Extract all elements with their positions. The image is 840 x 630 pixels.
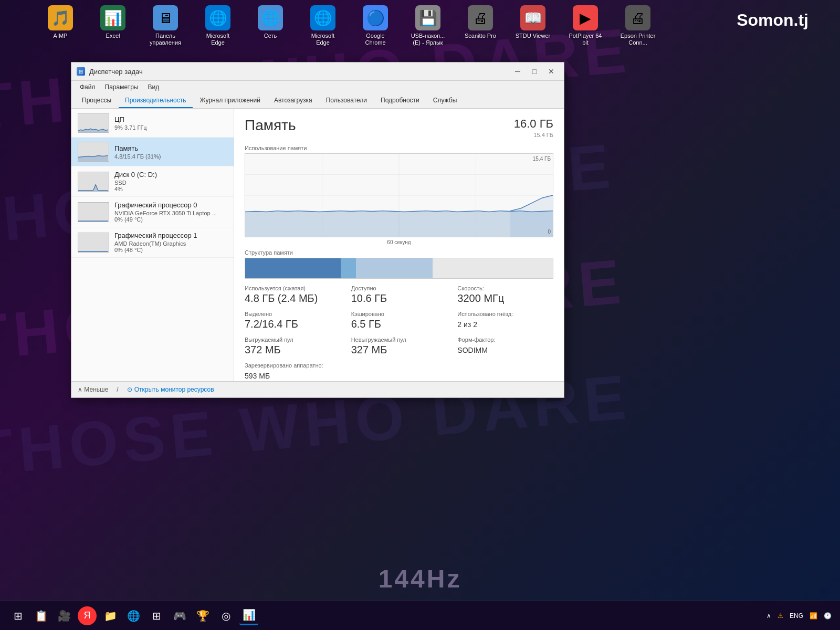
minimize-button[interactable]: ─: [510, 66, 525, 77]
stdu-icon: 📖: [520, 5, 545, 30]
taskbar-teams[interactable]: 🎥: [55, 606, 74, 625]
tab-app-history[interactable]: Журнал приложений: [194, 93, 267, 108]
stat-cached: Кэшировано 6.5 ГБ: [351, 311, 447, 330]
cpu-thumbnail: [78, 113, 109, 133]
tab-processes[interactable]: Процессы: [76, 93, 118, 108]
tab-details[interactable]: Подробности: [374, 93, 426, 108]
taskbar-icons-left: ⊞ 📋 🎥 Я 📁 🌐 ⊞ 🎮 🏆 ◎ 📊: [8, 606, 258, 625]
free-segment: [433, 258, 553, 278]
sidebar-item-cpu[interactable]: ЦП 9% 3.71 ГГц: [71, 109, 234, 138]
cached-value: 6.5 ГБ: [351, 318, 447, 330]
taskbar-start-button[interactable]: ⊞: [8, 606, 27, 625]
sidebar-item-gpu0[interactable]: Графический процессор 0 NVIDIA GeForce R…: [71, 197, 234, 227]
desktop-icon-stdu[interactable]: 📖 STDU Viewer: [514, 5, 551, 46]
tab-users[interactable]: Пользователи: [320, 93, 373, 108]
tray-lang[interactable]: ENG: [790, 612, 803, 620]
desktop-icon-usb[interactable]: 💾 USB-накоп... (E) - Ярлык: [410, 5, 446, 46]
taskbar-circle[interactable]: ◎: [216, 606, 235, 625]
usb-icon: 💾: [415, 5, 440, 30]
menu-view[interactable]: Вид: [143, 82, 163, 92]
taskbar-edge[interactable]: 🌐: [124, 606, 143, 625]
sidebar-item-gpu1[interactable]: Графический процессор 1 AMD Radeon(TM) G…: [71, 227, 234, 258]
sidebar-item-memory[interactable]: Память 4.8/15.4 ГБ (31%): [71, 138, 234, 166]
taskbar-task-manager[interactable]: 📊: [239, 606, 258, 625]
desktop-icon-potplayer[interactable]: ▶ PotPlayer 64 bit: [567, 5, 604, 46]
used-segment: [245, 258, 341, 278]
cpu-subtitle: 9% 3.71 ГГц: [114, 124, 227, 131]
desktop-icon-ms-edge[interactable]: 🌐 Microsoft Edge: [304, 5, 341, 46]
tab-services[interactable]: Службы: [427, 93, 463, 108]
open-resource-monitor[interactable]: ⊙ Открыть монитор ресурсов: [127, 386, 214, 393]
main-title: Память: [245, 117, 296, 134]
sidebar-item-disk[interactable]: Диск 0 (C: D:) SSD 4%: [71, 166, 234, 197]
epson-icon: 🖨: [625, 5, 650, 30]
gpu0-info: Графический процессор 0 NVIDIA GeForce R…: [114, 201, 227, 223]
main-panel: Память 16.0 ГБ 15.4 ГБ Использование пам…: [234, 109, 564, 381]
resource-monitor-icon: ⊙: [127, 386, 132, 393]
window-controls: ─ □ ✕: [510, 66, 559, 77]
gpu1-title: Графический процессор 1: [114, 232, 227, 239]
resource-monitor-label: Открыть монитор ресурсов: [134, 386, 214, 393]
taskbar-explorer[interactable]: 📁: [101, 606, 120, 625]
disk-title: Диск 0 (C: D:): [114, 171, 227, 178]
speed-label: Скорость:: [457, 285, 553, 291]
menu-options[interactable]: Параметры: [101, 82, 143, 92]
cached-label: Кэшировано: [351, 311, 447, 317]
taskbar-task-view[interactable]: 📋: [32, 606, 50, 625]
memory-title: Память: [114, 144, 227, 152]
tray-chevron[interactable]: ∧: [766, 612, 771, 620]
desktop-icon-chrome[interactable]: 🔵 Google Chrome: [357, 5, 394, 46]
modified-segment: [341, 258, 356, 278]
tab-bar: Процессы Производительность Журнал прило…: [71, 93, 564, 109]
ms-edge-old-label: Microsoft Edge: [200, 33, 236, 46]
desktop-icon-epson[interactable]: 🖨 Epson Printer Conn...: [620, 5, 656, 46]
stat-slots: Использовано гнёзд: 2 из 2: [457, 311, 553, 330]
taskbar-xbox[interactable]: 🏆: [193, 606, 212, 625]
taskbar-ms-store[interactable]: ⊞: [147, 606, 166, 625]
network-label: Сеть: [264, 33, 277, 39]
desktop: THOSE WHO DARE THOSE WHO DARE THOSE WHO …: [0, 0, 840, 630]
non-paged-label: Невыгружаемый пул: [351, 337, 447, 343]
chrome-icon: 🔵: [363, 5, 388, 30]
tab-performance[interactable]: Производительность: [119, 93, 192, 108]
available-label: Доступно: [351, 285, 447, 291]
monitor-frequency: 144Hz: [379, 564, 462, 593]
close-button[interactable]: ✕: [544, 66, 559, 77]
desktop-icon-scanitto[interactable]: 🖨 Scanitto Pro: [462, 5, 499, 46]
taskbar-yandex[interactable]: Я: [78, 606, 97, 625]
desktop-icon-ms-edge-old[interactable]: 🌐 Microsoft Edge: [200, 5, 236, 46]
tray-network[interactable]: 📶: [810, 612, 817, 620]
total-memory-value: 16.0 ГБ: [514, 117, 553, 131]
chart-time-label: 60 секунд: [245, 239, 553, 245]
allocated-label: Выделено: [245, 311, 341, 317]
allocated-value: 7.2/16.4 ГБ: [245, 318, 341, 330]
desktop-icon-excel[interactable]: 📊 Excel: [94, 5, 131, 46]
minimize-label[interactable]: ∧ Меньше: [78, 386, 108, 393]
menu-file[interactable]: Файл: [76, 82, 100, 92]
taskbar-system-tray: ∧ ⚠ ENG 📶 🕐: [766, 612, 832, 620]
epson-label: Epson Printer Conn...: [620, 33, 656, 46]
desktop-icon-network[interactable]: 🌐 Сеть: [252, 5, 289, 46]
stat-non-paged: Невыгружаемый пул 327 МБ: [351, 337, 447, 356]
desktop-icon-aimp[interactable]: 🎵 AIMP: [42, 5, 79, 46]
in-use-value: 4.8 ГБ (2.4 МБ): [245, 292, 341, 304]
stat-reserved: Зарезервировано аппаратно: 593 МБ: [245, 362, 447, 380]
maximize-button[interactable]: □: [527, 66, 542, 77]
stat-paged-pool: Выгружаемый пул 372 МБ: [245, 337, 341, 356]
ms-edge-old-icon: 🌐: [205, 5, 230, 30]
gpu1-info: Графический процессор 1 AMD Radeon(TM) G…: [114, 232, 227, 253]
memory-usage-chart: 15.4 ГБ 0: [245, 153, 553, 237]
usage-chart-label: Использование памяти: [245, 145, 553, 151]
stat-form-factor: Форм-фактор: SODIMM: [457, 337, 553, 356]
disk-extra: 4%: [114, 186, 227, 192]
desktop-icon-control-panel[interactable]: 🖥 Панель управления: [147, 5, 184, 46]
paged-pool-value: 372 МБ: [245, 344, 341, 356]
somon-logo: Somon.tj: [737, 10, 808, 30]
gpu0-extra: 0% (49 °C): [114, 216, 227, 223]
reserved-value: 593 МБ: [245, 370, 447, 380]
in-use-label: Используется (сжатая): [245, 285, 341, 291]
stat-allocated: Выделено 7.2/16.4 ГБ: [245, 311, 341, 330]
tab-startup[interactable]: Автозагрузка: [268, 93, 319, 108]
memory-composition-bar: [245, 258, 553, 279]
taskbar-unknown1[interactable]: 🎮: [170, 606, 189, 625]
